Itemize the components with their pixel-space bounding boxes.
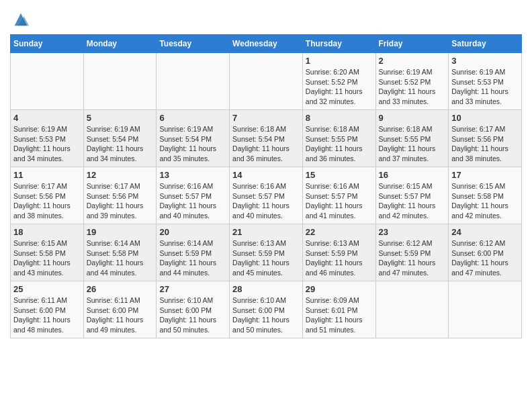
- day-number: 23: [379, 227, 446, 237]
- day-cell: 21Sunrise: 6:13 AM Sunset: 5:59 PM Dayli…: [230, 224, 303, 281]
- header-day-wednesday: Wednesday: [230, 35, 303, 53]
- day-number: 25: [13, 284, 81, 294]
- day-cell: 6Sunrise: 6:19 AM Sunset: 5:54 PM Daylig…: [157, 110, 230, 167]
- day-number: 5: [87, 113, 154, 123]
- day-cell: [449, 281, 522, 338]
- day-cell: 22Sunrise: 6:13 AM Sunset: 5:59 PM Dayli…: [302, 224, 375, 281]
- day-cell: 11Sunrise: 6:17 AM Sunset: 5:56 PM Dayli…: [11, 167, 84, 224]
- day-info: Sunrise: 6:18 AM Sunset: 5:55 PM Dayligh…: [379, 124, 446, 164]
- day-number: 16: [379, 170, 446, 180]
- day-number: 24: [451, 227, 519, 237]
- day-number: 13: [159, 170, 226, 180]
- day-info: Sunrise: 6:20 AM Sunset: 5:52 PM Dayligh…: [306, 67, 373, 107]
- day-cell: 25Sunrise: 6:11 AM Sunset: 6:00 PM Dayli…: [11, 281, 84, 338]
- day-number: 7: [232, 113, 300, 123]
- header-day-saturday: Saturday: [449, 35, 522, 53]
- day-info: Sunrise: 6:15 AM Sunset: 5:57 PM Dayligh…: [379, 181, 446, 221]
- day-cell: 29Sunrise: 6:09 AM Sunset: 6:01 PM Dayli…: [302, 281, 375, 338]
- day-cell: 28Sunrise: 6:10 AM Sunset: 6:00 PM Dayli…: [230, 281, 303, 338]
- day-number: 14: [232, 170, 300, 180]
- day-info: Sunrise: 6:15 AM Sunset: 5:58 PM Dayligh…: [13, 238, 81, 278]
- day-cell: 15Sunrise: 6:16 AM Sunset: 5:57 PM Dayli…: [302, 167, 375, 224]
- logo: [10, 10, 30, 29]
- header-row: SundayMondayTuesdayWednesdayThursdayFrid…: [11, 35, 522, 53]
- day-number: 10: [451, 113, 519, 123]
- day-cell: 10Sunrise: 6:17 AM Sunset: 5:56 PM Dayli…: [449, 110, 522, 167]
- header-day-tuesday: Tuesday: [157, 35, 230, 53]
- day-info: Sunrise: 6:15 AM Sunset: 5:58 PM Dayligh…: [451, 181, 519, 221]
- day-cell: 16Sunrise: 6:15 AM Sunset: 5:57 PM Dayli…: [375, 167, 449, 224]
- day-number: 21: [232, 227, 300, 237]
- day-number: 6: [159, 113, 226, 123]
- day-number: 20: [159, 227, 226, 237]
- calendar-header: SundayMondayTuesdayWednesdayThursdayFrid…: [11, 35, 522, 53]
- day-info: Sunrise: 6:13 AM Sunset: 5:59 PM Dayligh…: [232, 238, 300, 278]
- day-number: 26: [87, 284, 154, 294]
- header-day-friday: Friday: [375, 35, 449, 53]
- day-number: 18: [13, 227, 81, 237]
- header-day-sunday: Sunday: [11, 35, 84, 53]
- calendar-body: 1Sunrise: 6:20 AM Sunset: 5:52 PM Daylig…: [11, 53, 522, 338]
- day-number: 22: [306, 227, 373, 237]
- week-row-5: 25Sunrise: 6:11 AM Sunset: 6:00 PM Dayli…: [11, 281, 522, 338]
- day-info: Sunrise: 6:16 AM Sunset: 5:57 PM Dayligh…: [159, 181, 226, 221]
- day-cell: 13Sunrise: 6:16 AM Sunset: 5:57 PM Dayli…: [157, 167, 230, 224]
- day-number: 29: [306, 284, 373, 294]
- day-cell: [157, 53, 230, 110]
- day-info: Sunrise: 6:19 AM Sunset: 5:54 PM Dayligh…: [87, 124, 154, 164]
- day-number: 27: [159, 284, 226, 294]
- day-info: Sunrise: 6:10 AM Sunset: 6:00 PM Dayligh…: [159, 295, 226, 335]
- week-row-4: 18Sunrise: 6:15 AM Sunset: 5:58 PM Dayli…: [11, 224, 522, 281]
- day-info: Sunrise: 6:11 AM Sunset: 6:00 PM Dayligh…: [87, 295, 154, 335]
- page-header: [10, 7, 522, 29]
- day-cell: [375, 281, 449, 338]
- day-number: 19: [87, 227, 154, 237]
- calendar-table: SundayMondayTuesdayWednesdayThursdayFrid…: [10, 34, 522, 338]
- day-cell: 19Sunrise: 6:14 AM Sunset: 5:58 PM Dayli…: [83, 224, 157, 281]
- day-number: 11: [13, 170, 81, 180]
- day-info: Sunrise: 6:13 AM Sunset: 5:59 PM Dayligh…: [306, 238, 373, 278]
- day-number: 8: [306, 113, 373, 123]
- day-info: Sunrise: 6:19 AM Sunset: 5:53 PM Dayligh…: [13, 124, 81, 164]
- day-number: 9: [379, 113, 446, 123]
- header-day-thursday: Thursday: [302, 35, 375, 53]
- day-cell: 2Sunrise: 6:19 AM Sunset: 5:52 PM Daylig…: [375, 53, 449, 110]
- day-cell: 14Sunrise: 6:16 AM Sunset: 5:57 PM Dayli…: [230, 167, 303, 224]
- day-info: Sunrise: 6:16 AM Sunset: 5:57 PM Dayligh…: [306, 181, 373, 221]
- day-cell: [83, 53, 157, 110]
- day-number: 2: [379, 56, 446, 66]
- day-cell: 8Sunrise: 6:18 AM Sunset: 5:55 PM Daylig…: [302, 110, 375, 167]
- day-cell: [230, 53, 303, 110]
- day-cell: 24Sunrise: 6:12 AM Sunset: 6:00 PM Dayli…: [449, 224, 522, 281]
- week-row-3: 11Sunrise: 6:17 AM Sunset: 5:56 PM Dayli…: [11, 167, 522, 224]
- day-cell: 3Sunrise: 6:19 AM Sunset: 5:53 PM Daylig…: [449, 53, 522, 110]
- day-number: 17: [451, 170, 519, 180]
- day-info: Sunrise: 6:11 AM Sunset: 6:00 PM Dayligh…: [13, 295, 81, 335]
- day-info: Sunrise: 6:19 AM Sunset: 5:52 PM Dayligh…: [379, 67, 446, 107]
- day-info: Sunrise: 6:17 AM Sunset: 5:56 PM Dayligh…: [87, 181, 154, 221]
- day-cell: [11, 53, 84, 110]
- day-info: Sunrise: 6:14 AM Sunset: 5:58 PM Dayligh…: [87, 238, 154, 278]
- day-info: Sunrise: 6:09 AM Sunset: 6:01 PM Dayligh…: [306, 295, 373, 335]
- day-number: 4: [13, 113, 81, 123]
- day-cell: 9Sunrise: 6:18 AM Sunset: 5:55 PM Daylig…: [375, 110, 449, 167]
- day-cell: 26Sunrise: 6:11 AM Sunset: 6:00 PM Dayli…: [83, 281, 157, 338]
- week-row-2: 4Sunrise: 6:19 AM Sunset: 5:53 PM Daylig…: [11, 110, 522, 167]
- day-number: 1: [306, 56, 373, 66]
- day-info: Sunrise: 6:17 AM Sunset: 5:56 PM Dayligh…: [451, 124, 519, 164]
- day-info: Sunrise: 6:14 AM Sunset: 5:59 PM Dayligh…: [159, 238, 226, 278]
- day-cell: 4Sunrise: 6:19 AM Sunset: 5:53 PM Daylig…: [11, 110, 84, 167]
- day-info: Sunrise: 6:18 AM Sunset: 5:55 PM Dayligh…: [306, 124, 373, 164]
- day-info: Sunrise: 6:17 AM Sunset: 5:56 PM Dayligh…: [13, 181, 81, 221]
- day-cell: 12Sunrise: 6:17 AM Sunset: 5:56 PM Dayli…: [83, 167, 157, 224]
- day-cell: 18Sunrise: 6:15 AM Sunset: 5:58 PM Dayli…: [11, 224, 84, 281]
- day-info: Sunrise: 6:16 AM Sunset: 5:57 PM Dayligh…: [232, 181, 300, 221]
- day-cell: 23Sunrise: 6:12 AM Sunset: 5:59 PM Dayli…: [375, 224, 449, 281]
- day-number: 15: [306, 170, 373, 180]
- day-info: Sunrise: 6:12 AM Sunset: 5:59 PM Dayligh…: [379, 238, 446, 278]
- header-day-monday: Monday: [83, 35, 157, 53]
- day-cell: 20Sunrise: 6:14 AM Sunset: 5:59 PM Dayli…: [157, 224, 230, 281]
- day-cell: 7Sunrise: 6:18 AM Sunset: 5:54 PM Daylig…: [230, 110, 303, 167]
- day-number: 28: [232, 284, 300, 294]
- day-cell: 5Sunrise: 6:19 AM Sunset: 5:54 PM Daylig…: [83, 110, 157, 167]
